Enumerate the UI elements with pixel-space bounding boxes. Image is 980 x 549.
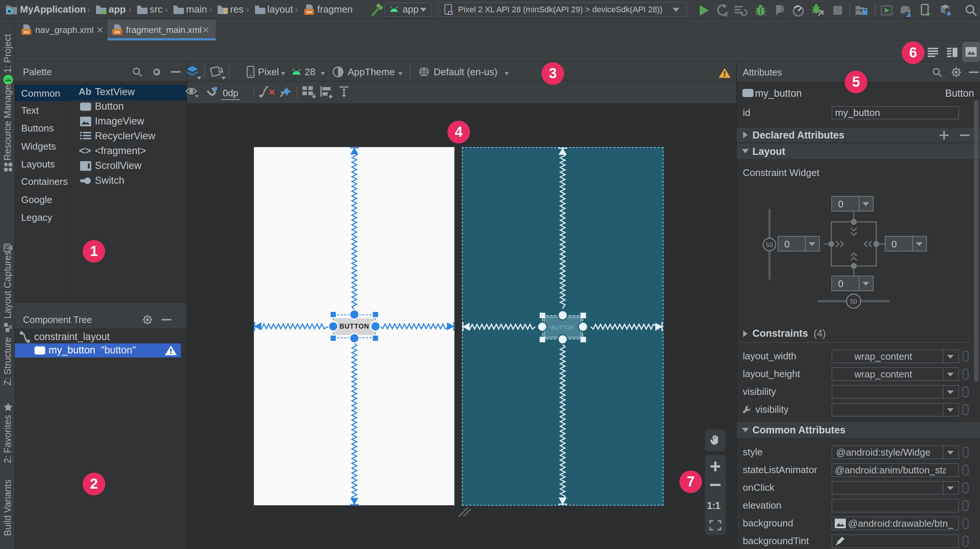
svg-text:50: 50 bbox=[850, 298, 858, 305]
svg-text:50: 50 bbox=[766, 241, 773, 249]
